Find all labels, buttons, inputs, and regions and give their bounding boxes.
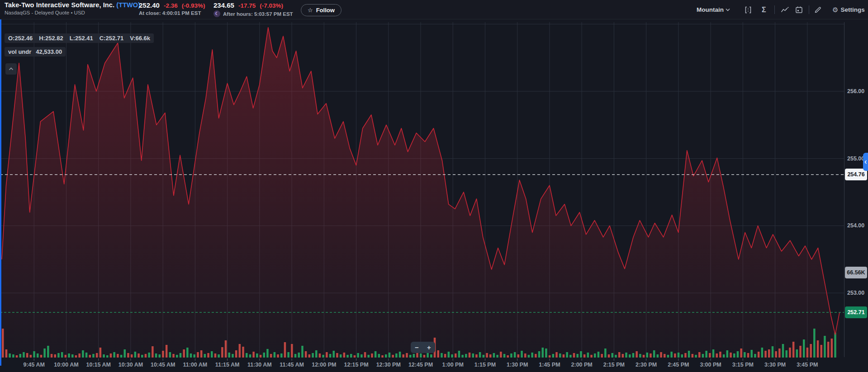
price-tick-label: 256.00 [847,88,864,94]
ohlc-open: O:252.46 [8,35,33,42]
close-change: -2.36 [164,2,178,9]
indicator-name: vol undr [8,48,31,55]
toolbar-divider [774,5,775,14]
time-tick-label: 2:45 PM [668,362,689,368]
after-hours-change: -17.75 [238,2,256,9]
current-price-badge-value: 254.76 [847,171,864,178]
time-tick-label: 12:15 PM [344,362,368,368]
company-name-text: Take-Two Interactive Software, Inc. [5,1,114,9]
calendar-icon[interactable] [795,0,803,19]
volume-badge-value: 66.56K [847,269,865,276]
price-tick-label: 254.00 [847,222,864,229]
toolbar-divider [809,5,809,14]
after-hours-timestamp: After hours: 5:03:57 PM EST [223,11,293,17]
close-change-percent: (-0.93%) [182,2,205,9]
gear-icon: ⚙ [832,6,838,14]
close-timestamp: At close: 4:00:01 PM EST [139,10,201,16]
chevron-down-icon[interactable] [726,0,730,19]
ticker-symbol[interactable]: (TTWO) [116,1,140,9]
indicator-value: 42,533.00 [36,48,62,55]
time-tick-label: 3:30 PM [764,362,786,368]
time-tick-label: 2:30 PM [636,362,657,368]
after-hours-change-percent: (-7.03%) [260,2,283,9]
exchange-subtitle: NasdaqGS - Delayed Quote • USD [5,10,140,15]
time-tick-label: 1:15 PM [474,362,496,368]
time-tick-label: 9:45 AM [23,362,44,368]
collapse-legend-button[interactable] [5,63,17,75]
time-tick-label: 1:00 PM [442,362,464,368]
follow-button-label: Follow [316,7,335,14]
time-tick-label: 11:15 AM [215,362,240,368]
time-tick-label: 3:00 PM [700,362,721,368]
zoom-out-button[interactable]: − [411,342,423,353]
current-price-badge: 254.76 [845,169,867,180]
session-close-badge: 252.71 [845,306,867,318]
chart-type-dropdown[interactable]: Mountain [697,0,724,19]
time-axis: 9:45 AM10:00 AM10:15 AM10:30 AM10:45 AM1… [0,358,868,372]
close-price: 252.40 [139,1,160,9]
time-tick-label: 10:00 AM [54,362,78,368]
time-tick-label: 11:45 AM [280,362,304,368]
time-tick-label: 10:45 AM [151,362,175,368]
zoom-in-button[interactable]: + [423,342,435,353]
chart-canvas[interactable] [0,0,868,372]
zoom-control: − + [411,342,435,353]
ohlc-close: C:252.71 [100,35,123,42]
star-icon: ☆ [308,7,313,13]
sigma-glyph: Σ [762,6,766,14]
time-tick-label: 2:15 PM [603,362,625,368]
volume-indicator-legend[interactable]: vol undr 42,533.00 [5,47,66,57]
header-bar: Take-Two Interactive Software, Inc. (TTW… [0,0,868,19]
chevron-up-icon [9,67,14,71]
follow-button[interactable]: ☆ Follow [301,4,342,16]
interval-brackets-icon[interactable] [744,0,752,19]
moon-icon: ☾ [213,10,220,17]
chart-type-label: Mountain [697,6,724,13]
time-tick-label: 2:00 PM [571,362,593,368]
session-close-badge-value: 252.71 [847,309,864,315]
stock-chart-app: Take-Two Interactive Software, Inc. (TTW… [0,0,868,372]
price-tick-label: 255.00 [847,155,864,162]
time-tick-label: 3:45 PM [797,362,818,368]
time-tick-label: 1:45 PM [539,362,560,368]
time-tick-label: 12:45 PM [408,362,433,368]
company-name: Take-Two Interactive Software, Inc. (TTW… [5,1,140,9]
chart-region: O:252.46 H:252.82 L:252.41 C:252.71 V:66… [0,19,868,372]
price-tick-label: 253.00 [847,290,864,296]
time-tick-label: 12:30 PM [376,362,401,368]
time-tick-label: 11:00 AM [183,362,208,368]
after-hours-quote-block: 234.65 -17.75 (-7.03%) ☾ After hours: 5:… [213,1,293,17]
ohlc-high: H:252.82 [39,35,63,42]
comparison-trend-icon[interactable] [781,0,789,19]
indicators-sigma-icon[interactable]: Σ [762,0,766,19]
time-tick-label: 10:15 AM [86,362,110,368]
time-tick-label: 11:30 AM [247,362,272,368]
ohlc-low: L:252.41 [70,35,93,42]
time-tick-label: 1:30 PM [507,362,528,368]
time-tick-label: 10:30 AM [119,362,143,368]
ohlc-volume: V:66.6k [130,35,150,42]
settings-label: Settings [840,6,864,13]
after-hours-price: 234.65 [213,1,234,9]
settings-button[interactable]: ⚙ Settings [832,0,865,19]
price-axis-border [844,22,844,357]
ohlc-legend[interactable]: O:252.46 H:252.82 L:252.41 C:252.71 V:66… [5,33,154,43]
time-tick-label: 3:15 PM [732,362,754,368]
session-start-marker [0,19,1,366]
panel-expander-tab[interactable] [863,153,868,171]
volume-axis-badge: 66.56K [845,267,867,278]
draw-pencil-icon[interactable] [814,0,822,19]
close-quote-block: 252.40 -2.36 (-0.93%) At close: 4:00:01 … [139,1,205,16]
time-tick-label: 12:00 PM [312,362,336,368]
symbol-title-block: Take-Two Interactive Software, Inc. (TTW… [5,1,140,15]
chevron-left-icon [864,160,867,164]
